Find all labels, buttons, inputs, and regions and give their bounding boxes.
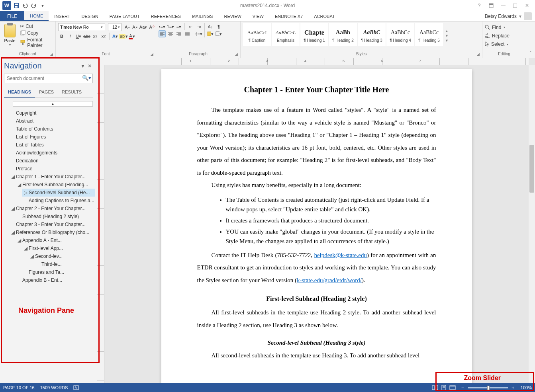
paragraph-launcher-icon[interactable]: ◢: [235, 52, 238, 56]
font-size-combo[interactable]: [108, 23, 122, 31]
close-icon[interactable]: ✕: [521, 2, 533, 10]
read-mode-icon[interactable]: [431, 384, 439, 391]
nav-tree-node[interactable]: ◢Appendix A - Ent...: [16, 236, 95, 244]
italic-button[interactable]: I: [67, 33, 74, 40]
undo-icon[interactable]: [22, 2, 29, 9]
shading-icon[interactable]: ▾: [207, 30, 214, 37]
tab-design[interactable]: DESIGN: [76, 11, 104, 21]
collapse-ribbon-icon[interactable]: ˄: [529, 51, 532, 56]
copy-button[interactable]: Copy: [20, 30, 53, 36]
highlight-icon[interactable]: ab▾: [120, 33, 127, 40]
underline-button[interactable]: U▾: [75, 33, 82, 40]
page-scroll-area[interactable]: Chapter 1 - Enter Your Chapter Title Her…: [104, 65, 529, 383]
expand-icon[interactable]: ◢: [11, 206, 15, 211]
nav-tree-node[interactable]: Chapter 3 - Enter Your Chapter...: [10, 220, 95, 228]
redo-icon[interactable]: [30, 2, 37, 9]
nav-tree-node[interactable]: ◢Second-lev...: [29, 252, 95, 260]
nav-tree-node[interactable]: Acknowledgements: [10, 149, 95, 157]
minimize-icon[interactable]: —: [498, 2, 509, 10]
word-app-icon[interactable]: W: [2, 1, 11, 10]
horizontal-ruler[interactable]: 1234567: [97, 58, 529, 65]
nav-tree-node[interactable]: Copyright: [10, 109, 95, 117]
font-launcher-icon[interactable]: ◢: [151, 52, 153, 56]
replace-button[interactable]: abReplace: [485, 32, 523, 39]
page-indicator[interactable]: PAGE 10 OF 16: [3, 385, 35, 390]
bold-button[interactable]: B: [58, 33, 65, 40]
zoom-track[interactable]: [468, 387, 508, 388]
nav-tree-node[interactable]: Third-le...: [35, 260, 95, 268]
nav-tree-node[interactable]: List of Figures: [10, 133, 95, 141]
nav-tab-pages[interactable]: PAGES: [35, 87, 58, 98]
cut-button[interactable]: ✂Cut: [20, 23, 53, 29]
style-item[interactable]: AaBbCc¶ Heading 5: [415, 23, 443, 46]
style-item[interactable]: AaBbCcI¶ Caption: [243, 23, 271, 46]
align-right-icon[interactable]: [175, 30, 182, 37]
file-tab[interactable]: FILE: [0, 11, 24, 21]
text-effects-icon[interactable]: A▾: [112, 33, 119, 40]
search-icon[interactable]: 🔍▾: [82, 75, 91, 81]
tab-view[interactable]: VIEW: [247, 11, 269, 21]
borders-icon[interactable]: ▾: [215, 30, 222, 37]
font-name-combo[interactable]: [58, 23, 105, 31]
nav-tree-node[interactable]: Adding Captions to Figures a...: [22, 197, 95, 205]
help-icon[interactable]: ?: [474, 2, 485, 10]
expand-icon[interactable]: ◢: [18, 182, 22, 187]
nav-tree-node[interactable]: Table of Contents: [10, 125, 95, 133]
style-item[interactable]: AaBb¶ Heading 2: [329, 23, 357, 46]
show-marks-icon[interactable]: ¶: [215, 23, 222, 30]
styles-scroll-up-icon[interactable]: ▲: [444, 29, 449, 33]
line-spacing-icon[interactable]: ‡≡▾: [195, 30, 202, 37]
multilevel-list-icon[interactable]: ≡▾: [175, 23, 182, 30]
style-item[interactable]: AaBbC¶ Heading 3: [358, 23, 386, 46]
change-case-icon[interactable]: Aa▾: [140, 23, 147, 31]
subscript-button[interactable]: x2: [92, 33, 99, 40]
clear-formatting-icon[interactable]: A✧: [148, 23, 153, 31]
zoom-in-button[interactable]: +: [510, 385, 516, 391]
nav-tree-node[interactable]: ◢First-level App...: [22, 244, 95, 252]
tab-review[interactable]: REVIEW: [218, 11, 247, 21]
expand-icon[interactable]: ▷: [24, 190, 28, 195]
nav-tree-node[interactable]: ▷Second-level Subhead (He...: [22, 189, 95, 197]
format-painter-button[interactable]: Format Painter: [20, 37, 53, 48]
vertical-scrollbar[interactable]: [529, 65, 535, 383]
nav-tree-node[interactable]: Abstract: [10, 117, 95, 125]
tab-mailings[interactable]: MAILINGS: [186, 11, 219, 21]
style-item[interactable]: Chapte¶ Heading 1: [300, 23, 328, 46]
strikethrough-button[interactable]: abc: [83, 33, 90, 40]
save-icon[interactable]: [13, 2, 20, 9]
nav-tree-node[interactable]: ◢Chapter 1 - Enter Your Chapter...: [10, 173, 95, 181]
styles-more-icon[interactable]: ▼: [444, 39, 449, 43]
customize-qat-icon[interactable]: ▾: [39, 2, 46, 9]
ribbon-display-icon[interactable]: [486, 2, 497, 10]
expand-icon[interactable]: ◢: [11, 230, 15, 235]
spell-check-icon[interactable]: ✎: [73, 385, 80, 390]
expand-icon[interactable]: ◢: [24, 246, 28, 251]
expand-icon[interactable]: ◢: [30, 254, 34, 259]
nav-tree-node[interactable]: Figures and Ta...: [22, 268, 95, 276]
superscript-button[interactable]: x2: [100, 33, 107, 40]
tab-page-layout[interactable]: PAGE LAYOUT: [104, 11, 145, 21]
tab-acrobat[interactable]: ACROBAT: [308, 11, 340, 21]
align-center-icon[interactable]: [167, 30, 174, 37]
nav-tree-node[interactable]: Preface: [10, 165, 95, 173]
word-count[interactable]: 1509 WORDS: [40, 385, 68, 390]
tab-insert[interactable]: INSERT: [49, 11, 76, 21]
justify-icon[interactable]: [184, 30, 191, 37]
tab-endnote-x7[interactable]: EndNote X7: [269, 11, 308, 21]
styles-gallery[interactable]: AaBbCcI¶ CaptionAaBbCcLEmphasisChapte¶ H…: [243, 23, 480, 49]
style-item[interactable]: AaBbCc¶ Heading 4: [386, 23, 414, 46]
url-link[interactable]: k-state.edu/grad/etdr/word/: [297, 277, 362, 283]
nav-tree-node[interactable]: Subhead (Heading 2 style): [16, 213, 95, 220]
nav-tree-node[interactable]: Appendix B - Ent...: [16, 276, 95, 284]
nav-tab-results[interactable]: RESULTS: [58, 87, 86, 98]
expand-icon[interactable]: ◢: [18, 238, 22, 243]
decrease-indent-icon[interactable]: ⇤: [187, 23, 194, 30]
tab-home[interactable]: HOME: [24, 11, 49, 21]
numbering-icon[interactable]: 1≡▾: [167, 23, 174, 30]
zoom-level[interactable]: 100%: [521, 385, 532, 390]
nav-tree-node[interactable]: ◢First-level Subhead (Heading...: [16, 181, 95, 189]
find-button[interactable]: Find▾: [485, 24, 523, 31]
web-layout-icon[interactable]: [448, 384, 457, 391]
email-link[interactable]: helpdesk@k-state.edu: [314, 252, 367, 258]
nav-tree-node[interactable]: List of Tables: [10, 141, 95, 149]
